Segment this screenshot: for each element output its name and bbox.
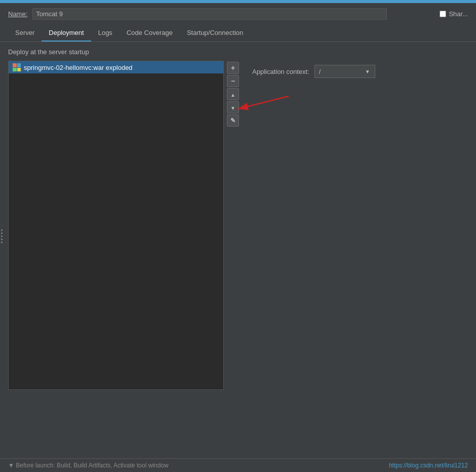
tab-logs[interactable]: Logs [91, 25, 120, 42]
side-handle[interactable] [0, 221, 3, 251]
bottom-url: https://blog.csdn.net/lirui1212 [389, 462, 468, 469]
app-context-label: Application context: [252, 68, 309, 75]
edit-button[interactable]: ✎ [227, 114, 239, 127]
app-context-select[interactable]: / ▼ [314, 65, 375, 78]
right-panel: Application context: / ▼ [242, 61, 468, 390]
tab-server[interactable]: Server [8, 25, 42, 42]
action-buttons: + − ✎ [224, 61, 242, 390]
dropdown-arrow-icon[interactable]: ▼ [363, 66, 373, 76]
main-content: Deploy at the server startup spr [0, 42, 476, 390]
tab-deployment[interactable]: Deployment [42, 25, 91, 42]
app-context-value: / [317, 67, 363, 76]
deploy-item-text: springmvc-02-hellomvc:war exploded [24, 64, 133, 71]
app-context-row: Application context: / ▼ [252, 65, 468, 78]
deploy-section: Deploy at the server startup spr [0, 42, 476, 390]
move-up-button[interactable] [227, 88, 239, 100]
name-input[interactable] [32, 8, 387, 20]
move-down-button[interactable] [227, 101, 239, 113]
remove-button[interactable]: − [227, 75, 239, 87]
arrow-up-icon [230, 90, 235, 98]
deploy-item[interactable]: springmvc-02-hellomvc:war exploded [9, 61, 223, 73]
tabs-row: Server Deployment Logs Code Coverage Sta… [0, 25, 476, 42]
share-label: Shar... [449, 10, 468, 18]
handle-dot [1, 242, 3, 243]
artifact-icon [13, 63, 21, 71]
tab-code-coverage[interactable]: Code Coverage [120, 25, 180, 42]
bottom-bar: ▼ Before launch: Build, Build Artifacts,… [0, 458, 476, 472]
share-checkbox[interactable] [440, 11, 446, 17]
arrow-down-icon [230, 103, 235, 111]
deploy-label: Deploy at the server startup [8, 48, 468, 56]
handle-dot [1, 239, 3, 240]
name-label: Name: [8, 10, 27, 18]
deploy-list-area: springmvc-02-hellomvc:war exploded [8, 61, 224, 390]
name-row: Name: Shar... [0, 3, 476, 25]
tab-startup-connection[interactable]: Startup/Connection [180, 25, 250, 42]
add-button[interactable]: + [227, 62, 239, 74]
share-area: Shar... [440, 10, 468, 18]
before-launch-label[interactable]: ▼ Before launch: Build, Build Artifacts,… [8, 462, 169, 469]
deploy-content: springmvc-02-hellomvc:war exploded + − ✎… [8, 61, 468, 390]
handle-dot [1, 232, 3, 234]
handle-dot [1, 235, 3, 237]
handle-dot [1, 229, 3, 231]
deploy-list: springmvc-02-hellomvc:war exploded [8, 61, 224, 390]
before-launch-text: ▼ Before launch: Build, Build Artifacts,… [8, 462, 169, 469]
